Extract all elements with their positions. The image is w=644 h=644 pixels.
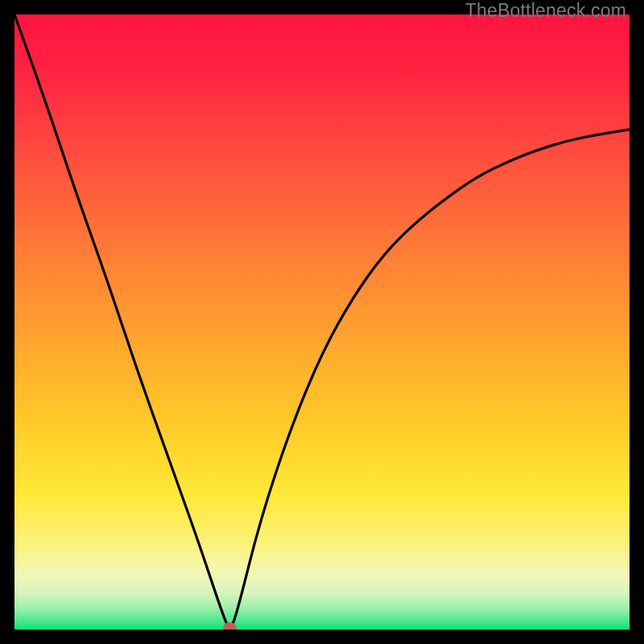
chart-frame [14,14,630,630]
watermark-text: TheBottleneck.com [465,0,626,22]
gradient-background [14,14,630,630]
chart-svg [14,14,630,630]
